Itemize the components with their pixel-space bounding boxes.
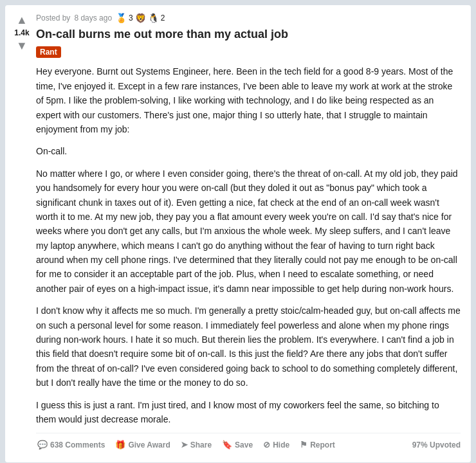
comments-icon: 💬 (37, 440, 48, 449)
hide-icon: ⊘ (263, 440, 270, 449)
post-body: Hey everyone. Burnt out Systems Engineer… (36, 64, 461, 426)
award-lion-icon: 🦁 (135, 13, 146, 23)
save-icon: 🔖 (222, 440, 232, 449)
vote-count: 1.4k (14, 28, 29, 37)
post-footer: 💬 638 Comments 🎁 Give Award ➤ Share 🔖 Sa… (36, 433, 461, 457)
gift-icon: 🎁 (115, 440, 125, 449)
body-paragraph-4: I don't know why it affects me so much. … (36, 304, 461, 390)
post-meta: Posted by 8 days ago 🏅 3 🦁 🐧 2 (36, 13, 461, 23)
upvote-stat: 97% Upvoted (412, 440, 461, 449)
give-award-button[interactable]: 🎁 Give Award (114, 437, 171, 452)
award-penguin-icon: 🐧 (148, 13, 159, 23)
report-label: Report (310, 440, 335, 449)
share-button[interactable]: ➤ Share (179, 437, 213, 452)
posted-by-label: Posted by (36, 14, 70, 23)
award-penguin-count: 2 (161, 14, 165, 23)
body-paragraph-5: I guess this is just a rant. I'm just ti… (36, 398, 461, 427)
body-paragraph-3: No matter where I go, or where I even co… (36, 167, 461, 296)
upvote-button[interactable]: ▲ (15, 13, 29, 27)
body-paragraph-2: On-call. (36, 144, 461, 158)
body-paragraph-1: Hey everyone. Burnt out Systems Engineer… (36, 64, 461, 136)
comments-button[interactable]: 💬 638 Comments (36, 437, 106, 452)
downvote-button[interactable]: ▼ (15, 39, 29, 53)
give-award-label: Give Award (128, 440, 170, 449)
share-label: Share (190, 440, 212, 449)
save-label: Save (235, 440, 253, 449)
report-icon: ⚑ (300, 440, 307, 449)
flair-tag[interactable]: Rant (36, 46, 61, 58)
post-main: Posted by 8 days ago 🏅 3 🦁 🐧 2 On-call b… (33, 10, 466, 462)
awards-row: 🏅 3 🦁 🐧 2 (116, 13, 165, 23)
award-medal-count: 3 (129, 14, 133, 23)
time-ago: 8 days ago (74, 14, 112, 23)
award-medal-icon: 🏅 (116, 13, 127, 23)
post-title: On-call burns me out more than my actual… (36, 27, 461, 42)
hide-label: Hide (273, 440, 289, 449)
post-card: ▲ 1.4k ▼ Posted by 8 days ago 🏅 3 🦁 🐧 2 … (5, 5, 471, 462)
flair-container: Rant (36, 46, 461, 64)
comments-label: 638 Comments (50, 440, 105, 449)
share-icon: ➤ (181, 440, 188, 449)
vote-column: ▲ 1.4k ▼ (10, 10, 33, 462)
save-button[interactable]: 🔖 Save (221, 437, 254, 452)
report-button[interactable]: ⚑ Report (298, 437, 336, 452)
hide-button[interactable]: ⊘ Hide (262, 437, 291, 452)
